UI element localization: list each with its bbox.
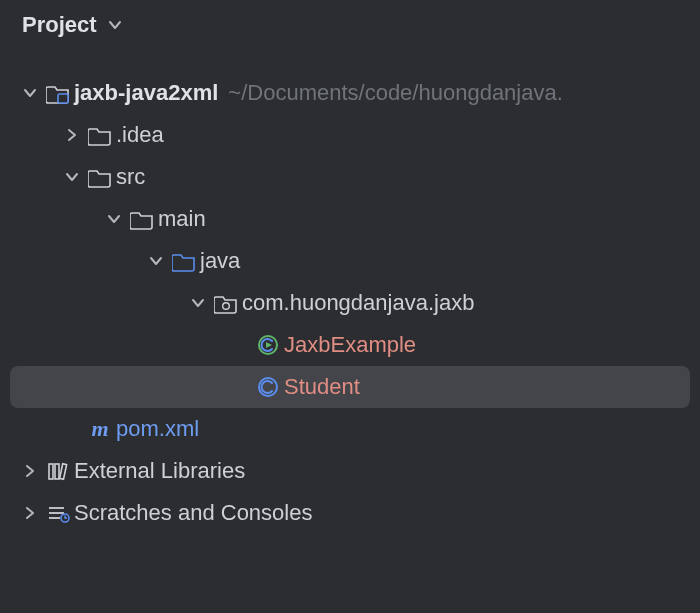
project-tree: jaxb-java2xml ~/Documents/code/huongdanj…: [0, 50, 700, 534]
chevron-down-icon[interactable]: [142, 253, 170, 269]
chevron-down-icon[interactable]: [107, 17, 123, 33]
tree-node-src[interactable]: src: [10, 156, 690, 198]
tree-node-pom[interactable]: m pom.xml: [10, 408, 690, 450]
tree-node-package[interactable]: com.huongdanjava.jaxb: [10, 282, 690, 324]
tree-node-java[interactable]: java: [10, 240, 690, 282]
tree-node-label: pom.xml: [116, 416, 199, 442]
folder-icon: [128, 208, 156, 230]
svg-rect-6: [60, 464, 67, 480]
chevron-right-icon[interactable]: [58, 127, 86, 143]
tree-node-label: .idea: [116, 122, 164, 148]
svg-rect-0: [58, 94, 68, 103]
project-title: Project: [22, 12, 97, 38]
tree-node-label: Student: [284, 374, 360, 400]
chevron-down-icon[interactable]: [100, 211, 128, 227]
folder-icon: [86, 166, 114, 188]
tree-node-label: main: [158, 206, 206, 232]
tree-node-label: com.huongdanjava.jaxb: [242, 290, 474, 316]
maven-file-icon: m: [86, 416, 114, 442]
package-icon: [212, 292, 240, 314]
svg-rect-5: [55, 464, 59, 479]
project-tool-window-header[interactable]: Project: [0, 0, 700, 50]
tree-node-label: JaxbExample: [284, 332, 416, 358]
maven-file-glyph: m: [91, 416, 108, 442]
tree-node-jaxbexample[interactable]: JaxbExample: [10, 324, 690, 366]
chevron-right-icon[interactable]: [16, 505, 44, 521]
chevron-down-icon[interactable]: [58, 169, 86, 185]
tree-node-label: Scratches and Consoles: [74, 500, 312, 526]
folder-icon: [86, 124, 114, 146]
svg-rect-4: [49, 464, 53, 479]
tree-node-label: java: [200, 248, 240, 274]
tree-node-idea[interactable]: .idea: [10, 114, 690, 156]
tree-node-label: External Libraries: [74, 458, 245, 484]
tree-node-label: src: [116, 164, 145, 190]
project-panel: Project jaxb-java2xml ~/Documents/code/h…: [0, 0, 700, 613]
tree-node-external-libraries[interactable]: External Libraries: [10, 450, 690, 492]
java-class-icon: [254, 375, 282, 399]
tree-node-scratches[interactable]: Scratches and Consoles: [10, 492, 690, 534]
tree-node-main[interactable]: main: [10, 198, 690, 240]
svg-point-1: [223, 303, 230, 310]
module-folder-icon: [44, 82, 72, 104]
project-root-label: jaxb-java2xml: [74, 80, 218, 106]
library-icon: [44, 460, 72, 482]
tree-node-student[interactable]: Student: [10, 366, 690, 408]
source-folder-icon: [170, 250, 198, 272]
scratches-icon: [44, 502, 72, 524]
chevron-right-icon[interactable]: [16, 463, 44, 479]
java-runnable-class-icon: [254, 333, 282, 357]
project-root-node[interactable]: jaxb-java2xml ~/Documents/code/huongdanj…: [10, 72, 690, 114]
project-root-path: ~/Documents/code/huongdanjava.: [228, 80, 563, 106]
chevron-down-icon[interactable]: [16, 85, 44, 101]
chevron-down-icon[interactable]: [184, 295, 212, 311]
